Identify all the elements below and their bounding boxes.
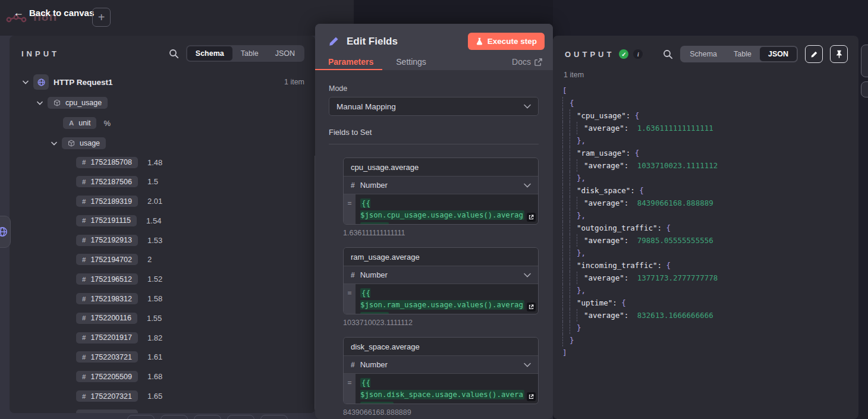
schema-field-value: 1.48 [147, 158, 162, 167]
add-node-button[interactable]: + [92, 8, 111, 27]
chevron-down-icon[interactable] [23, 80, 29, 84]
indent-guide [562, 234, 570, 247]
schema-key-pill[interactable] [76, 409, 138, 413]
schema-value-row: #17522055091.68 [76, 370, 304, 383]
json-token: "average": [584, 161, 633, 170]
field-name-input[interactable] [344, 248, 538, 266]
schema-key-pill[interactable]: #1752187506 [76, 176, 138, 187]
canvas-node-stub [127, 415, 155, 419]
json-token: "average": [584, 236, 633, 245]
schema-value-row: #17522019171.82 [76, 331, 304, 344]
field-value-expression[interactable]: ={{ $json.ram_usage.usage.values().avera… [344, 284, 538, 314]
json-token: }, [577, 286, 586, 295]
hash-icon: # [82, 178, 86, 185]
field-name-input[interactable] [344, 158, 538, 177]
expression-line: e() }} [360, 311, 533, 314]
indent-guide [570, 259, 577, 272]
schema-key-pill[interactable]: #1752201917 [76, 332, 138, 344]
field-name-input[interactable] [344, 338, 538, 356]
input-tab-schema[interactable]: Schema [187, 46, 232, 61]
canvas-node-stub [161, 415, 188, 419]
docs-link[interactable]: Docs [512, 57, 542, 67]
indent-guide [577, 234, 584, 247]
output-search-icon[interactable] [663, 49, 673, 59]
json-line: "disk_space": { [562, 184, 858, 197]
json-viewer[interactable]: [{"cpu_usage": {"average": 1.63611111111… [562, 84, 858, 359]
field-type-select[interactable]: #Number [344, 266, 538, 284]
schema-key-pill[interactable]: #1752203721 [76, 351, 138, 363]
schema-key-pill[interactable]: #1752196512 [76, 273, 138, 285]
chevron-down-icon[interactable] [51, 141, 57, 146]
schema-field-value: 1.82 [147, 333, 162, 342]
expression-equals-gutter: = [344, 284, 356, 314]
field-type-select[interactable]: #Number [344, 177, 538, 194]
chevron-down-icon [524, 104, 531, 109]
schema-key-pill[interactable]: #1752198312 [76, 293, 138, 304]
info-icon[interactable]: i [633, 49, 643, 59]
expression-code[interactable]: {{ $json.ram_usage.usage.values().averag… [356, 284, 538, 314]
execute-step-button[interactable]: Execute step [468, 33, 545, 50]
field-value-expression[interactable]: ={{ $json.cpu_usage.usage.values().avera… [344, 194, 538, 224]
output-tab-schema[interactable]: Schema [681, 47, 725, 61]
flask-icon [476, 37, 483, 46]
indent-guide [570, 159, 577, 172]
json-line: "average": 8439066168.888889 [562, 197, 858, 209]
indent-guide [562, 172, 570, 184]
schema-key-pill[interactable]: cpu_usage [48, 97, 108, 109]
field-type-select[interactable]: #Number [344, 356, 538, 374]
json-token: 79885.05555555556 [637, 236, 713, 245]
tab-parameters[interactable]: Parameters [328, 57, 373, 67]
schema-key-pill[interactable]: #1752207321 [76, 390, 138, 402]
connected-input-node-stub[interactable] [0, 216, 11, 248]
output-tab-json[interactable]: JSON [760, 47, 797, 61]
indent-guide [577, 272, 584, 284]
schema-key-pill[interactable]: usage [62, 137, 106, 149]
edit-output-button[interactable] [805, 45, 823, 63]
schema-object-row[interactable]: usage [23, 136, 304, 151]
canvas-edge-stub [861, 45, 868, 77]
hash-icon: # [351, 361, 355, 369]
json-line: } [562, 334, 858, 346]
json-token: [ [562, 86, 567, 95]
schema-field-row[interactable]: A unit % [23, 115, 304, 131]
indent-guide [570, 209, 577, 222]
json-line: ] [562, 346, 858, 359]
schema-root-row[interactable]: HTTP Request1 1 item [23, 74, 304, 90]
schema-key-pill[interactable]: #1752189319 [76, 196, 138, 207]
schema-key-pill[interactable]: #1752191115 [76, 215, 137, 226]
input-tab-json[interactable]: JSON [267, 46, 303, 61]
schema-key-pill[interactable]: #1752194702 [76, 254, 138, 265]
schema-field-value: 1.58 [147, 294, 162, 303]
json-token: "average": [584, 124, 633, 133]
json-token: { [666, 261, 671, 270]
input-tab-table[interactable]: Table [232, 46, 267, 61]
divider [329, 144, 539, 144]
expression-code[interactable]: {{ $json.disk_space.usage.values().avera… [356, 374, 538, 404]
back-to-canvas-button[interactable]: ← Back to canvas [13, 7, 94, 18]
pin-data-button[interactable] [830, 45, 848, 63]
pin-icon [835, 50, 843, 58]
schema-key-pill[interactable]: A unit [63, 117, 96, 129]
schema-key-pill[interactable]: #1752185708 [76, 157, 138, 168]
expand-expression-icon[interactable] [527, 213, 536, 222]
output-tab-table[interactable]: Table [725, 47, 760, 61]
mode-select[interactable]: Manual Mapping [329, 97, 539, 116]
expand-expression-icon[interactable] [527, 392, 536, 401]
input-search-icon[interactable] [169, 49, 179, 59]
chevron-down-icon [524, 273, 531, 278]
json-line: }, [562, 247, 858, 259]
json-line: "average": 1.636111111111111 [562, 122, 858, 134]
schema-key-pill[interactable]: #1752205509 [76, 371, 138, 382]
expression-code[interactable]: {{ $json.cpu_usage.usage.values().averag… [356, 194, 538, 224]
json-line: }, [562, 284, 858, 297]
indent-guide [562, 247, 570, 259]
expand-expression-icon[interactable] [527, 303, 536, 311]
schema-key-pill[interactable]: #1752192913 [76, 235, 138, 246]
schema-object-row[interactable]: cpu_usage [23, 95, 304, 111]
chevron-down-icon[interactable] [37, 101, 43, 105]
json-line: } [562, 322, 858, 334]
schema-key-pill[interactable]: #1752200116 [76, 313, 137, 324]
tab-settings[interactable]: Settings [396, 57, 426, 67]
field-value-expression[interactable]: ={{ $json.disk_space.usage.values().aver… [344, 374, 538, 404]
indent-guide [570, 272, 577, 284]
